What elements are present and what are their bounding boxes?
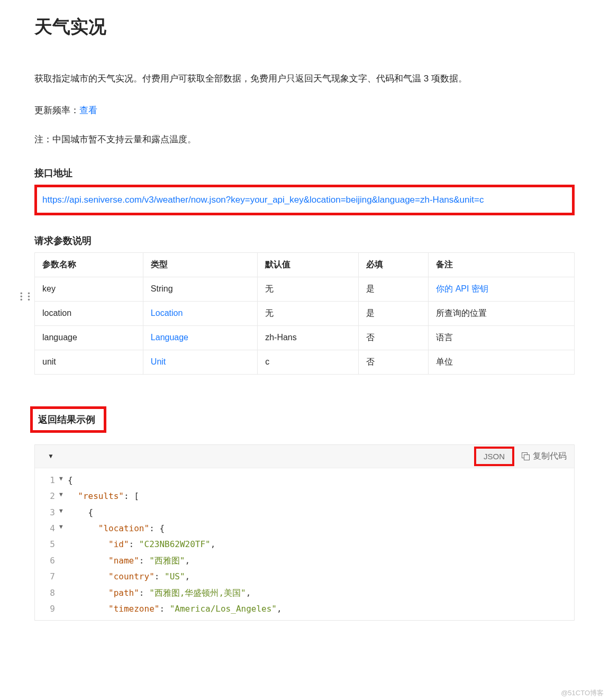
- section-api-address: 接口地址: [34, 167, 575, 179]
- page-title: 天气实况: [34, 15, 575, 39]
- th-required: 必填: [359, 252, 429, 277]
- th-name: 参数名称: [35, 252, 143, 277]
- copy-code-button[interactable]: 复制代码: [522, 451, 567, 462]
- copy-icon: [522, 452, 530, 460]
- code-line: 2▼ "results": [: [35, 488, 574, 504]
- code-header: ▼ JSON 复制代码: [35, 445, 574, 468]
- code-body: 1▼{2▼ "results": [3▼ {4▼ "location": {5 …: [35, 468, 574, 621]
- update-frequency-line: 更新频率：查看: [34, 104, 575, 116]
- api-url-link[interactable]: https://api.seniverse.com/v3/weather/now…: [42, 195, 484, 205]
- th-default: 默认值: [258, 252, 359, 277]
- params-table: 参数名称 类型 默认值 必填 备注 keyString无是你的 API 密钥lo…: [34, 252, 575, 375]
- section-result: 返回结果示例: [30, 406, 106, 433]
- drag-handle-icon[interactable]: • •• •• •: [20, 292, 32, 302]
- table-row: locationLocation无是所查询的位置: [35, 301, 575, 325]
- type-link[interactable]: Language: [151, 333, 188, 342]
- update-label: 更新频率：: [34, 105, 79, 115]
- code-line: 7 "country": "US",: [35, 569, 574, 585]
- copy-label: 复制代码: [533, 451, 567, 462]
- code-line: 3▼ {: [35, 505, 574, 521]
- code-block: ▼ JSON 复制代码 1▼{2▼ "results": [3▼ {4▼ "lo…: [34, 444, 575, 621]
- th-type: 类型: [143, 252, 257, 277]
- table-row: unitUnitc否单位: [35, 350, 575, 374]
- code-line: 8 "path": "西雅图,华盛顿州,美国",: [35, 585, 574, 601]
- th-remark: 备注: [429, 252, 575, 277]
- table-row: languageLanguagezh-Hans否语言: [35, 325, 575, 350]
- collapse-icon[interactable]: ▼: [48, 452, 54, 460]
- intro-text: 获取指定城市的天气实况。付费用户可获取全部数据，免费用户只返回天气现象文字、代码…: [34, 71, 575, 87]
- code-line: 1▼{: [35, 472, 574, 488]
- table-row: keyString无是你的 API 密钥: [35, 277, 575, 301]
- code-line: 6 "name": "西雅图",: [35, 553, 574, 569]
- update-link[interactable]: 查看: [79, 105, 97, 115]
- remark-link[interactable]: 你的 API 密钥: [436, 284, 488, 293]
- type-link[interactable]: Unit: [151, 357, 166, 366]
- code-line: 5 "id": "C23NB62W20TF",: [35, 537, 574, 552]
- code-line: 9 "timezone": "America/Los_Angeles",: [35, 601, 574, 617]
- table-header-row: 参数名称 类型 默认值 必填 备注: [35, 252, 575, 277]
- type-link[interactable]: Location: [151, 308, 183, 317]
- note-text: 注：中国城市暂不支持云量和露点温度。: [34, 133, 575, 146]
- section-params: 请求参数说明: [34, 234, 575, 247]
- api-url-box: https://api.seniverse.com/v3/weather/now…: [34, 185, 575, 215]
- code-language-tag[interactable]: JSON: [474, 447, 514, 466]
- code-line: 4▼ "location": {: [35, 521, 574, 537]
